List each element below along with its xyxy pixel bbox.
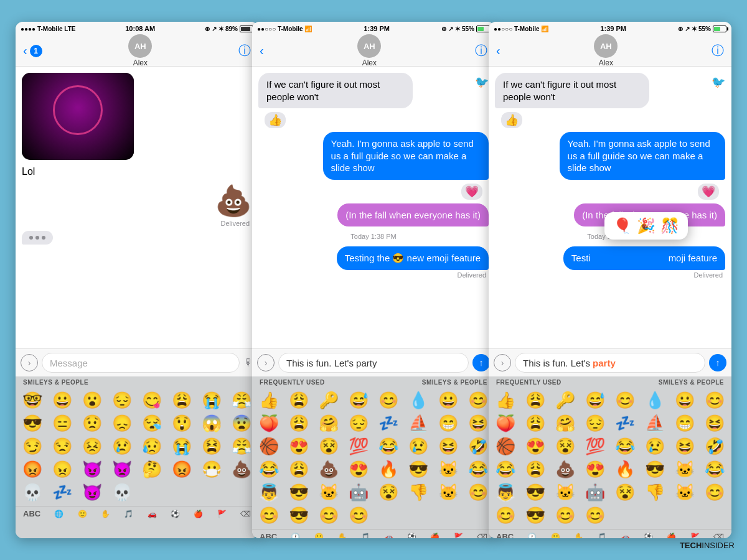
emoji-cell[interactable]: 😢 [641,436,669,457]
emoji-cell[interactable]: 💤 [611,413,639,434]
nav-center-1[interactable]: AH Alex [128,34,152,67]
emoji-cell[interactable]: 😎 [404,459,433,480]
send-button-3[interactable]: ↑ [709,354,726,371]
emoji-cell[interactable]: 💩 [314,459,343,480]
emoji-cell[interactable]: 😒 [48,436,77,457]
emoji-cell[interactable]: 🔑 [314,390,343,411]
emoji-cell[interactable]: 😵 [611,482,639,503]
flag-icon-1[interactable]: 🚩 [217,510,227,518]
abc-label-3[interactable]: ABC [496,532,514,538]
emoji-cell[interactable]: 👿 [108,459,136,480]
emoji-cell[interactable]: 😫 [197,436,226,457]
emoji-cell[interactable]: 🍑 [491,413,520,434]
hand-icon-2[interactable]: ✋ [337,533,347,539]
emoji-cell[interactable]: 😊 [581,505,609,526]
globe-icon-1[interactable]: 🌐 [54,510,63,518]
emoji-cell[interactable]: 😊 [551,505,580,526]
emoji-cell[interactable]: 😆 [670,436,699,457]
emoji-cell[interactable]: 🤖 [344,482,373,503]
emoji-cell[interactable]: 😆 [434,436,463,457]
smiley-icon-3[interactable]: 🙂 [551,533,560,539]
party-popper-emoji[interactable]: 🎉 [637,217,655,235]
abc-label-1[interactable]: ABC [23,509,40,518]
food-icon-3[interactable]: 🍎 [667,533,676,539]
confetti-emoji[interactable]: 🎊 [660,217,679,235]
emoji-cell[interactable]: 🍑 [255,413,283,434]
send-button-2[interactable]: ↑ [472,354,490,371]
emoji-cell[interactable]: 💤 [48,482,77,503]
flag-icon-2[interactable]: 🚩 [454,533,463,539]
info-button-3[interactable]: ⓘ [712,42,724,59]
emoji-cell[interactable]: 😱 [197,413,226,434]
emoji-cell[interactable]: 😔 [108,390,136,411]
food-icon-2[interactable]: 🍎 [430,533,439,539]
emoji-cell[interactable]: 😍 [284,436,313,457]
emoji-cell[interactable]: 🐱 [434,459,463,480]
emoji-cell[interactable]: 😈 [78,482,106,503]
emoji-cell[interactable]: ⛵ [641,413,669,434]
emoji-suggestion-popup[interactable]: 🎈 🎉 🎊 [604,212,688,240]
emoji-cell[interactable]: 😅 [344,390,373,411]
emoji-cell[interactable]: 😎 [521,482,550,503]
emoji-cell[interactable]: 😂 [491,459,520,480]
activity-icon-2[interactable]: ⚽ [407,533,416,539]
emoji-cell[interactable]: 😂 [374,436,403,457]
emoji-cell[interactable]: 😀 [670,390,699,411]
emoji-cell[interactable]: 😏 [18,436,47,457]
emoji-cell[interactable]: 😩 [521,459,550,480]
emoji-cell[interactable]: 🤖 [581,482,609,503]
emoji-cell[interactable]: 💤 [374,413,403,434]
emoji-cell[interactable]: 😵 [551,436,580,457]
emoji-cell[interactable]: 😊 [491,505,520,526]
emoji-cell[interactable]: 🤓 [18,390,47,411]
emoji-cell[interactable]: 😩 [167,390,196,411]
object-icon-3[interactable]: 🎵 [597,533,606,539]
emoji-cell[interactable]: 💯 [344,436,373,457]
emoji-cell[interactable]: 😭 [197,390,226,411]
backspace-icon-3[interactable]: ⌫ [713,533,724,539]
emoji-cell[interactable]: 😍 [581,459,609,480]
activity-icon-3[interactable]: ⚽ [644,533,653,539]
hand-icon-1[interactable]: ✋ [101,510,110,518]
emoji-cell[interactable]: 😢 [108,436,136,457]
travel-icon-2[interactable]: 🚗 [384,533,393,539]
emoji-cell[interactable]: 😩 [284,390,313,411]
emoji-cell[interactable]: 🤔 [138,459,166,480]
emoji-cell[interactable]: 💀 [108,482,136,503]
emoji-cell[interactable]: 💧 [404,390,433,411]
emoji-cell[interactable]: 👍 [491,390,520,411]
emoji-cell[interactable]: 💀 [18,482,47,503]
emoji-cell[interactable]: 🔑 [551,390,580,411]
emoji-cell[interactable]: 😠 [48,459,77,480]
emoji-cell[interactable]: 😂 [611,436,639,457]
emoji-cell[interactable]: 😊 [374,390,403,411]
emoji-cell[interactable]: 😔 [581,413,609,434]
emoji-cell[interactable]: 😡 [167,459,196,480]
emoji-cell[interactable]: 🤣 [700,436,729,457]
hand-icon-3[interactable]: ✋ [574,533,583,539]
flag-icon-3[interactable]: 🚩 [690,533,700,539]
emoji-cell[interactable]: 😔 [344,413,373,434]
backspace-icon-1[interactable]: ⌫ [240,510,251,518]
emoji-cell[interactable]: 😷 [197,459,226,480]
emoji-cell[interactable]: 😎 [284,482,313,503]
emoji-cell[interactable]: 😊 [255,505,283,526]
emoji-cell[interactable]: 😋 [138,390,166,411]
emoji-cell[interactable]: 👎 [641,482,669,503]
emoji-cell[interactable]: 😩 [284,413,313,434]
nav-center-2[interactable]: AH Alex [357,34,381,67]
abc-label-2[interactable]: ABC [260,532,277,538]
emoji-cell[interactable]: 😟 [78,413,106,434]
emoji-cell[interactable]: 😊 [611,390,639,411]
travel-icon-1[interactable]: 🚗 [148,510,157,518]
emoji-cell[interactable]: 🏀 [491,436,520,457]
emoji-cell[interactable]: 😩 [521,413,550,434]
emoji-cell[interactable]: 👼 [255,482,283,503]
emoji-cell[interactable]: 😎 [521,505,550,526]
emoji-cell[interactable]: 😀 [48,390,77,411]
emoji-cell[interactable]: 🐱 [670,482,699,503]
expand-button-1[interactable]: › [21,354,38,371]
emoji-cell[interactable]: 😁 [670,413,699,434]
emoji-cell[interactable]: 😈 [78,459,106,480]
travel-icon-3[interactable]: 🚗 [621,533,630,539]
